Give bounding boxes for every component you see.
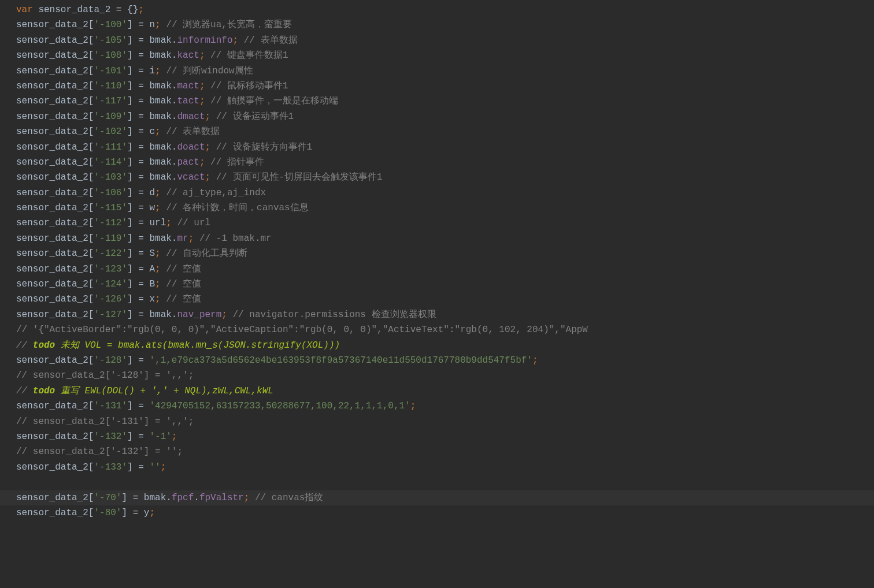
code-line[interactable]: sensor_data_2['-111'] = bmak.doact; // 设… (0, 140, 874, 155)
code-line[interactable]: sensor_data_2['-124'] = B; // 空值 (0, 277, 874, 292)
code-line[interactable]: sensor_data_2['-122'] = S; // 自动化工具判断 (0, 246, 874, 261)
code-line[interactable]: sensor_data_2['-109'] = bmak.dmact; // 设… (0, 109, 874, 124)
code-line[interactable]: // todo 重写 EWL(DOL() + ',' + NQL),zWL,CW… (0, 384, 874, 399)
code-line[interactable]: sensor_data_2['-133'] = ''; (0, 460, 874, 475)
code-line[interactable]: sensor_data_2['-70'] = bmak.fpcf.fpValst… (0, 490, 874, 505)
code-line[interactable] (0, 475, 874, 490)
code-line[interactable]: sensor_data_2['-114'] = bmak.pact; // 指针… (0, 155, 874, 170)
code-line[interactable]: sensor_data_2['-132'] = '-1'; (0, 429, 874, 444)
code-line[interactable]: sensor_data_2['-101'] = i; // 判断window属性 (0, 64, 874, 79)
code-line[interactable]: sensor_data_2['-103'] = bmak.vcact; // 页… (0, 170, 874, 185)
code-line[interactable]: // '{"ActiveBorder":"rgb(0, 0, 0)","Acti… (0, 322, 874, 337)
code-line[interactable]: var sensor_data_2 = {}; (0, 2, 874, 17)
code-line[interactable]: sensor_data_2['-131'] = '4294705152,6315… (0, 399, 874, 414)
code-line[interactable]: sensor_data_2['-127'] = bmak.nav_perm; /… (0, 307, 874, 322)
code-line[interactable]: sensor_data_2['-123'] = A; // 空值 (0, 262, 874, 277)
code-line[interactable]: sensor_data_2['-128'] = ',1,e79ca373a5d6… (0, 353, 874, 368)
code-line[interactable]: sensor_data_2['-108'] = bmak.kact; // 键盘… (0, 48, 874, 63)
code-line[interactable]: sensor_data_2['-105'] = bmak.informinfo;… (0, 33, 874, 48)
code-line[interactable]: sensor_data_2['-80'] = y; (0, 505, 874, 520)
code-line[interactable]: sensor_data_2['-117'] = bmak.tact; // 触摸… (0, 94, 874, 109)
code-line[interactable]: // sensor_data_2['-128'] = ',,'; (0, 368, 874, 383)
code-line[interactable]: sensor_data_2['-110'] = bmak.mact; // 鼠标… (0, 79, 874, 94)
code-line[interactable]: sensor_data_2['-102'] = c; // 表单数据 (0, 124, 874, 139)
code-line[interactable]: sensor_data_2['-115'] = w; // 各种计数，时间，ca… (0, 200, 874, 215)
code-line[interactable]: sensor_data_2['-126'] = x; // 空值 (0, 292, 874, 307)
code-line[interactable]: sensor_data_2['-100'] = n; // 浏览器ua,长宽高，… (0, 17, 874, 32)
code-line[interactable]: sensor_data_2['-112'] = url; // url (0, 215, 874, 230)
code-line[interactable]: // sensor_data_2['-131'] = ',,'; (0, 414, 874, 429)
code-line[interactable]: sensor_data_2['-119'] = bmak.mr; // -1 b… (0, 231, 874, 246)
code-line[interactable]: // todo 未知 VOL = bmak.ats(bmak.mn_s(JSON… (0, 338, 874, 353)
code-line[interactable]: sensor_data_2['-106'] = d; // aj_type,aj… (0, 185, 874, 200)
code-editor[interactable]: var sensor_data_2 = {};sensor_data_2['-1… (0, 2, 874, 520)
code-line[interactable]: // sensor_data_2['-132'] = ''; (0, 444, 874, 459)
